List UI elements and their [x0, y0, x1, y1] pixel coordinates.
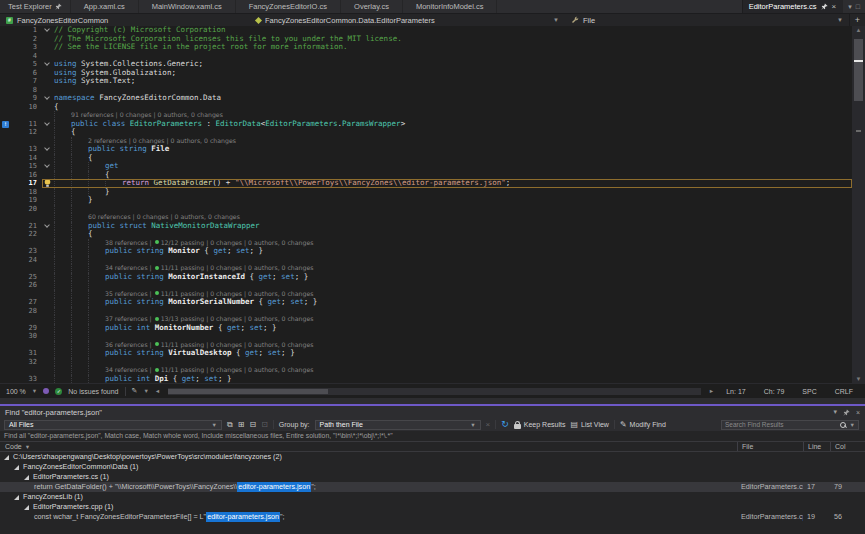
close-icon[interactable]: ×: [832, 3, 837, 11]
tab-editorparameters-active[interactable]: EditorParameters.cs ×: [742, 0, 844, 13]
code-line[interactable]: 14{: [0, 154, 852, 163]
glyph-margin[interactable]: [0, 205, 16, 214]
code-line[interactable]: 19}: [0, 196, 852, 205]
glyph-margin[interactable]: [0, 264, 16, 273]
glyph-margin[interactable]: [0, 111, 16, 120]
code-line[interactable]: 26: [0, 281, 852, 290]
code-line[interactable]: 27public string MonitorSerialNumber { ge…: [0, 298, 852, 307]
fold-margin[interactable]: [42, 52, 54, 61]
fold-margin[interactable]: [42, 247, 54, 256]
fold-margin[interactable]: [42, 205, 54, 214]
fold-margin[interactable]: [42, 137, 54, 146]
fold-margin[interactable]: [42, 307, 54, 316]
health-indicator-icon[interactable]: [43, 388, 49, 394]
glyph-margin[interactable]: [0, 171, 16, 180]
clear-results-button[interactable]: ×: [486, 421, 491, 429]
glyph-margin[interactable]: [0, 358, 16, 367]
fold-margin[interactable]: [42, 103, 54, 112]
copy-button[interactable]: ⧉: [227, 421, 233, 429]
project-dropdown[interactable]: # FancyZonesEditorCommon: [0, 14, 250, 26]
code-line[interactable]: 3// See the LICENSE file in the project …: [0, 43, 852, 52]
settings-icon[interactable]: ⊡: [261, 421, 268, 429]
search-find-results-box[interactable]: ▼: [721, 420, 859, 430]
close-icon[interactable]: ×: [856, 409, 860, 416]
fold-margin[interactable]: [42, 239, 54, 248]
code-line[interactable]: 18}: [0, 188, 852, 197]
fold-margin[interactable]: [42, 171, 54, 180]
edit-mode-icon[interactable]: ✎: [132, 387, 138, 395]
fold-margin[interactable]: [42, 35, 54, 44]
fold-margin[interactable]: [42, 196, 54, 205]
search-input[interactable]: [725, 421, 836, 428]
tab-mainwindow-xaml[interactable]: MainWindow.xaml.cs: [139, 0, 236, 13]
code-line[interactable]: 21public struct NativeMonitorDataWrapper: [0, 222, 852, 231]
expanded-triangle-icon[interactable]: [24, 475, 29, 480]
code-line[interactable]: 30: [0, 332, 852, 341]
code-line[interactable]: 16{: [0, 171, 852, 180]
tab-overlay[interactable]: Overlay.cs: [341, 0, 403, 13]
scroll-up-icon[interactable]: ▲: [852, 26, 865, 34]
fold-margin[interactable]: [42, 290, 54, 299]
codelens-row[interactable]: 36 references | 11/11 passing | 0 change…: [0, 341, 852, 350]
glyph-margin[interactable]: [0, 341, 16, 350]
zoom-level[interactable]: 100 %: [6, 388, 26, 395]
fold-margin[interactable]: [42, 154, 54, 163]
fold-margin[interactable]: [42, 375, 54, 384]
fold-margin[interactable]: [42, 120, 54, 129]
glyph-margin[interactable]: [0, 52, 16, 61]
expanded-triangle-icon[interactable]: [14, 495, 19, 500]
space-mode-indicator[interactable]: SPC: [796, 388, 822, 395]
fold-margin[interactable]: [42, 256, 54, 265]
code-line[interactable]: 9namespace FancyZonesEditorCommon.Data: [0, 94, 852, 103]
code-line[interactable]: 24: [0, 256, 852, 265]
chevron-down-icon[interactable]: ▼: [143, 388, 148, 394]
result-match-row[interactable]: return GetDataFolder() + "\\Microsoft\\P…: [0, 482, 865, 492]
line-indicator[interactable]: Ln: 17: [720, 388, 751, 395]
add-view-button[interactable]: +: [849, 14, 865, 26]
collapse-chevron-icon[interactable]: [44, 60, 50, 66]
collapse-chevron-icon[interactable]: [44, 26, 50, 32]
code-line[interactable]: 5using System.Collections.Generic;: [0, 60, 852, 69]
fold-margin[interactable]: [42, 43, 54, 52]
fold-margin[interactable]: [42, 128, 54, 137]
code-line[interactable]: 23public string Monitor { get; set; }: [0, 247, 852, 256]
group-by-dropdown[interactable]: Path then File ▼: [315, 420, 481, 430]
modify-find-button[interactable]: ✎ Modify Find: [620, 421, 666, 429]
fold-margin[interactable]: [42, 222, 54, 231]
code-line[interactable]: 12{: [0, 128, 852, 137]
codelens-row[interactable]: 91 references | 0 changes | 0 authors, 0…: [0, 111, 852, 120]
code-line[interactable]: 10{: [0, 103, 852, 112]
fold-margin[interactable]: [42, 213, 54, 222]
editor-horizontal-scrollbar[interactable]: [168, 388, 700, 395]
glyph-margin[interactable]: [0, 315, 16, 324]
code-line[interactable]: !11public class EditorParameters : Edito…: [0, 120, 852, 129]
pin-icon[interactable]: [821, 3, 828, 10]
search-icon[interactable]: [839, 421, 847, 429]
char-indicator[interactable]: Ch: 79: [758, 388, 791, 395]
codelens-row[interactable]: 34 references | 11/11 passing | 0 change…: [0, 366, 852, 375]
line-column-header[interactable]: Line: [803, 442, 830, 451]
scroll-down-icon[interactable]: ▼: [852, 375, 865, 383]
collapse-all-button[interactable]: ⊟: [249, 421, 256, 429]
chevron-down-icon[interactable]: ▼: [32, 388, 37, 394]
tab-monitorinfomodel[interactable]: MonitorInfoModel.cs: [403, 0, 498, 13]
glyph-margin[interactable]: [0, 35, 16, 44]
glyph-margin[interactable]: [0, 239, 16, 248]
glyph-margin[interactable]: [0, 179, 16, 188]
codelens-row[interactable]: 2 references | 0 changes | 0 authors, 0 …: [0, 137, 852, 146]
code-line[interactable]: 28: [0, 307, 852, 316]
code-line[interactable]: 4: [0, 52, 852, 61]
fold-margin[interactable]: [42, 86, 54, 95]
glyph-margin[interactable]: [0, 69, 16, 78]
scope-dropdown[interactable]: All Files ▼: [4, 420, 222, 430]
tab-fancyzoneseditorio[interactable]: FancyZonesEditorIO.cs: [236, 0, 341, 13]
glyph-margin[interactable]: [0, 213, 16, 222]
collapse-chevron-icon[interactable]: [44, 120, 50, 126]
code-line[interactable]: 6using System.Globalization;: [0, 69, 852, 78]
fold-margin[interactable]: [42, 341, 54, 350]
fold-margin[interactable]: [42, 324, 54, 333]
code-line[interactable]: 17return GetDataFolder() + "\\Microsoft\…: [0, 179, 852, 188]
chevron-down-icon[interactable]: ▾: [833, 408, 837, 416]
code-line[interactable]: 33public int Dpi { get; set; }: [0, 375, 852, 384]
fold-margin[interactable]: [42, 77, 54, 86]
